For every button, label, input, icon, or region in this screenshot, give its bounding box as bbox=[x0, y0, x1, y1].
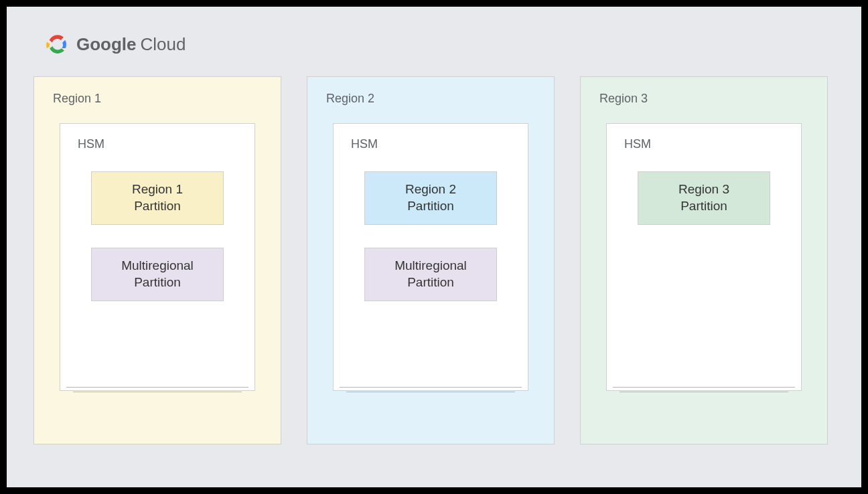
partition-label: Region 2Partition bbox=[405, 181, 456, 214]
partition-label: Region 1Partition bbox=[132, 181, 183, 214]
region-box-1: Region 1 HSM Region 1Partition Multiregi… bbox=[33, 76, 281, 444]
region-partition: Region 2Partition bbox=[364, 171, 497, 225]
partition-label: Region 3Partition bbox=[678, 181, 729, 214]
stack-decoration bbox=[613, 383, 795, 392]
brand-text: Google Cloud bbox=[76, 34, 186, 55]
hsm-box: HSM Region 1Partition MultiregionalParti… bbox=[60, 123, 255, 391]
google-cloud-icon bbox=[46, 32, 70, 56]
partition-label: MultiregionalPartition bbox=[394, 258, 467, 291]
stack-decoration bbox=[340, 383, 522, 392]
stack-decoration bbox=[66, 383, 248, 392]
region-box-3: Region 3 HSM Region 3Partition bbox=[580, 76, 828, 444]
region-partition: Region 1Partition bbox=[91, 171, 224, 225]
region-label: Region 3 bbox=[599, 92, 808, 106]
brand-header: Google Cloud bbox=[46, 32, 835, 56]
diagram-canvas: Google Cloud Region 1 HSM Region 1Partit… bbox=[7, 7, 861, 487]
hsm-label: HSM bbox=[351, 137, 510, 151]
hsm-label: HSM bbox=[78, 137, 237, 151]
region-label: Region 2 bbox=[326, 92, 535, 106]
partition-label: MultiregionalPartition bbox=[121, 258, 194, 291]
region-partition: Region 3Partition bbox=[638, 171, 770, 225]
region-label: Region 1 bbox=[53, 92, 262, 106]
brand-google: Google bbox=[76, 34, 137, 55]
hsm-label: HSM bbox=[624, 137, 784, 151]
brand-cloud: Cloud bbox=[141, 34, 186, 55]
hsm-box: HSM Region 3Partition bbox=[606, 123, 802, 391]
hsm-box: HSM Region 2Partition MultiregionalParti… bbox=[333, 123, 528, 391]
multiregional-partition: MultiregionalPartition bbox=[91, 248, 224, 301]
multiregional-partition: MultiregionalPartition bbox=[364, 248, 497, 301]
regions-row: Region 1 HSM Region 1Partition Multiregi… bbox=[33, 76, 835, 444]
region-box-2: Region 2 HSM Region 2Partition Multiregi… bbox=[307, 76, 555, 444]
